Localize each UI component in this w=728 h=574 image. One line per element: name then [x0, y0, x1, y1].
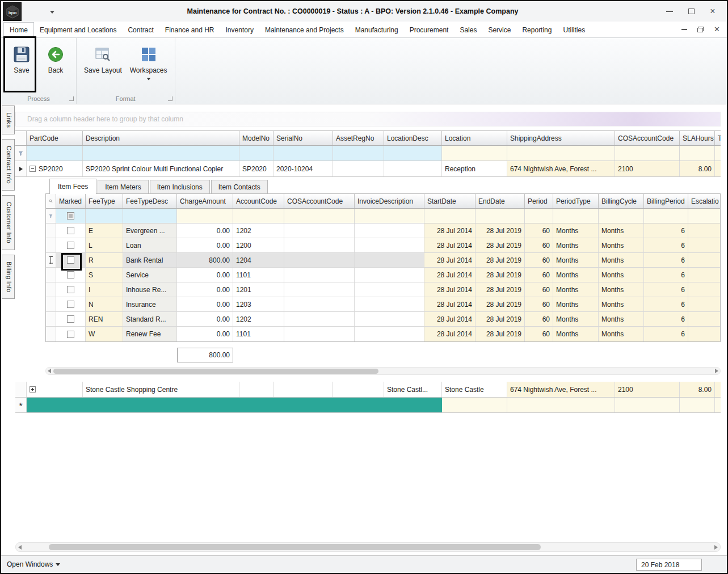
ribbon-restore-button[interactable] — [697, 27, 704, 32]
cell-period[interactable]: 60 — [525, 312, 553, 326]
cell-billingperiod[interactable]: 6 — [644, 223, 688, 238]
cell-feetypedesc[interactable]: Bank Rental — [123, 253, 177, 267]
cell-periodtype[interactable]: Months — [553, 223, 599, 238]
cell-locationdesc[interactable] — [384, 161, 442, 176]
cell-period[interactable]: 60 — [525, 297, 553, 311]
scroll-thumb[interactable] — [49, 544, 541, 550]
scroll-right-icon[interactable] — [715, 369, 718, 373]
cell-periodtype[interactable]: Months — [553, 327, 599, 341]
equipment-row-sp2020[interactable]: SP2020 SP2020 Sprint Colour Multi Functi… — [15, 161, 721, 177]
cell-partcode[interactable]: SP2020 — [27, 161, 83, 176]
maximize-button[interactable] — [683, 5, 700, 18]
cell-chargeamount[interactable]: 0.00 — [177, 238, 233, 252]
cell-feetype[interactable]: I — [86, 282, 123, 297]
cell-startdate[interactable]: 28 Jul 2014 — [424, 223, 475, 238]
cell-locationdesc[interactable]: Stone Castl... — [384, 382, 442, 397]
cell-periodtype[interactable]: Months — [553, 297, 599, 311]
filter-billingcycle[interactable] — [599, 209, 644, 223]
cell-accountcode[interactable]: 1202 — [233, 312, 284, 326]
cell-cosaccountcode[interactable] — [284, 297, 355, 311]
cell-feetype[interactable]: E — [86, 223, 123, 238]
cell-feetypedesc[interactable]: Standard R... — [123, 312, 177, 326]
cell-marked[interactable] — [56, 297, 86, 311]
cell-description[interactable]: SP2020 Sprint Colour Multi Functional Co… — [83, 161, 239, 176]
filter-cosaccountcode[interactable] — [615, 146, 680, 161]
marked-checkbox[interactable] — [67, 286, 74, 293]
ribbon-minimize-button[interactable] — [681, 29, 687, 30]
cell-feetype[interactable]: S — [86, 268, 123, 282]
cell-period[interactable]: 60 — [525, 327, 553, 341]
cell-invoicedescription[interactable] — [355, 238, 424, 252]
column-header-escalation[interactable]: Escalatio — [688, 194, 720, 208]
cell-accountcode[interactable]: 1204 — [233, 253, 284, 267]
cell-shippingaddress[interactable]: 674 Nightwish Ave, Forest ... — [507, 382, 615, 397]
cell-billingcycle[interactable]: Months — [599, 297, 644, 311]
cell-marked[interactable] — [56, 282, 86, 297]
column-header-accountcode[interactable]: AccountCode — [233, 194, 284, 208]
cell-escalation[interactable] — [688, 282, 720, 297]
scroll-right-icon[interactable] — [714, 545, 718, 550]
cell-enddate[interactable]: 28 Jul 2019 — [475, 327, 525, 341]
cell-billingcycle[interactable]: Months — [599, 253, 644, 267]
filter-modelno[interactable] — [239, 146, 273, 161]
cell-billingcycle[interactable]: Months — [599, 223, 644, 238]
equipment-row-stone-castle[interactable]: Stone Castle Shopping Centre Stone Castl… — [15, 382, 721, 398]
cell-invoicedescription[interactable] — [355, 327, 424, 341]
cell-periodtype[interactable]: Months — [553, 312, 599, 326]
ribbon-tab[interactable]: Maintenance and Projects — [259, 23, 350, 37]
cell-feetypedesc[interactable]: Evergreen ... — [123, 223, 177, 238]
filter-enddate[interactable] — [475, 209, 525, 223]
detail-header-indicator[interactable] — [46, 194, 56, 208]
filter-feetype[interactable] — [86, 209, 123, 223]
marked-checkbox[interactable] — [67, 271, 74, 278]
cell-enddate[interactable]: 28 Jul 2019 — [475, 312, 525, 326]
cell-periodtype[interactable]: Months — [553, 268, 599, 282]
filter-assetregno[interactable] — [333, 146, 384, 161]
cell-billingperiod[interactable]: 6 — [644, 268, 688, 282]
cell-invoicedescription[interactable] — [355, 223, 424, 238]
cell-cosaccountcode[interactable] — [284, 223, 355, 238]
cell-billingperiod[interactable]: 6 — [644, 238, 688, 252]
cell-billingcycle[interactable]: Months — [599, 282, 644, 297]
filter-cosaccountcode[interactable] — [284, 209, 355, 223]
expand-row-icon[interactable] — [30, 386, 36, 392]
filter-chargeamount[interactable] — [177, 209, 233, 223]
cell-billingperiod[interactable]: 6 — [644, 297, 688, 311]
cell-chargeamount[interactable]: 0.00 — [177, 327, 233, 341]
cell-shippingaddress[interactable] — [507, 398, 615, 412]
column-header-description[interactable]: Description — [83, 131, 239, 145]
cell-enddate[interactable]: 28 Jul 2019 — [475, 223, 525, 238]
column-header-invoicedescription[interactable]: InvoiceDescription — [355, 194, 424, 208]
cell-cosaccountcode[interactable] — [284, 282, 355, 297]
column-header-enddate[interactable]: EndDate — [475, 194, 525, 208]
cell-startdate[interactable]: 28 Jul 2014 — [424, 327, 475, 341]
marked-checkbox[interactable] — [67, 242, 74, 249]
cell-periodtype[interactable]: Months — [553, 282, 599, 297]
detail-tab[interactable]: Item Inclusions — [150, 180, 210, 194]
cell-enddate[interactable]: 28 Jul 2019 — [475, 253, 525, 267]
marked-checkbox[interactable] — [67, 331, 74, 338]
cell-startdate[interactable]: 28 Jul 2014 — [424, 297, 475, 311]
cell-invoicedescription[interactable] — [355, 282, 424, 297]
column-header-locationdesc[interactable]: LocationDesc — [384, 131, 442, 145]
cell-partcode[interactable] — [27, 382, 83, 397]
cell-billingperiod[interactable]: 6 — [644, 282, 688, 297]
filter-slahours[interactable] — [680, 146, 715, 161]
cell-shippingaddress[interactable]: 674 Nightwish Ave, Forest ... — [507, 161, 615, 176]
cell-feetype[interactable]: L — [86, 238, 123, 252]
minimize-button[interactable] — [661, 5, 678, 18]
column-header-slahours[interactable]: SLAHours — [680, 131, 715, 145]
column-header-billingperiod[interactable]: BillingPeriod — [644, 194, 688, 208]
cell-billingcycle[interactable]: Months — [599, 327, 644, 341]
marked-checkbox[interactable] — [67, 315, 74, 323]
side-tab[interactable]: Customer Info — [2, 195, 15, 250]
filter-period[interactable] — [525, 209, 553, 223]
cell-slahours[interactable] — [680, 398, 715, 412]
cell-serialno[interactable]: 2020-10204 — [273, 161, 333, 176]
detail-tab[interactable]: Item Fees — [49, 179, 96, 194]
cell-modelno[interactable]: SP2020 — [239, 161, 273, 176]
cell-serialno[interactable] — [273, 382, 333, 397]
workspaces-dropdown-icon[interactable] — [146, 78, 150, 81]
save-button[interactable]: Save — [7, 45, 36, 75]
cell-escalation[interactable] — [688, 297, 720, 311]
